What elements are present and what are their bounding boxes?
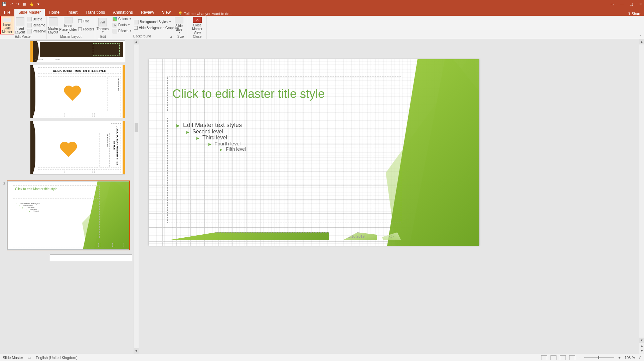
group-label-edit-master: Edit Master: [0, 34, 46, 39]
start-from-beginning-icon[interactable]: ▦: [23, 2, 26, 6]
colors-button[interactable]: Colors: [111, 16, 133, 22]
save-icon[interactable]: 💾: [2, 2, 7, 6]
slideshow-view-icon[interactable]: [569, 355, 575, 360]
tab-file[interactable]: File: [0, 9, 14, 16]
content-placeholder[interactable]: Edit Master text styles Second level Thi…: [167, 118, 401, 223]
tab-home[interactable]: Home: [45, 9, 63, 16]
tab-animations[interactable]: Animations: [109, 9, 137, 16]
bulb-icon: 💡: [178, 11, 183, 16]
delete-label: Delete: [33, 17, 42, 21]
footer-placeholder[interactable]: Footer: [167, 232, 329, 240]
next-slide-icon[interactable]: ▾: [639, 348, 644, 354]
tell-me[interactable]: 💡 Tell me what you want to do...: [178, 11, 232, 16]
insert-placeholder-icon: [64, 17, 72, 23]
layout-thumbnail[interactable]: 29.10.2019Footer: [30, 40, 125, 62]
background-styles-button[interactable]: Background Styles: [133, 19, 180, 25]
close-master-view-button[interactable]: ✕ Close Master View: [188, 16, 206, 34]
themes-button[interactable]: Aa Themes: [95, 16, 110, 34]
layout-thumbnail[interactable]: Edit Master text styles CLICK TO EDIT MA…: [30, 121, 125, 174]
dialog-launcher-icon[interactable]: ◢: [170, 35, 172, 38]
tab-slide-master[interactable]: Slide Master: [14, 9, 45, 16]
thumb-body: Edit Master text styles Second level Thi…: [13, 201, 100, 238]
colors-label: Colors: [118, 17, 128, 21]
hide-background-label: Hide Background Graphics: [139, 26, 179, 30]
master-layout-button[interactable]: Master Layout: [47, 16, 59, 34]
insert-placeholder-button[interactable]: Insert Placeholder: [59, 16, 77, 34]
undo-icon[interactable]: ↶: [10, 2, 13, 6]
ribbon-display-options-icon[interactable]: ▭: [611, 2, 614, 6]
layout-thumbnail[interactable]: CLICK TO EDIT MASTER TITLE STYLE Edit Ma…: [30, 65, 125, 118]
title-checkbox[interactable]: Title: [77, 18, 96, 24]
thumbnail-pane: 29.10.2019Footer CLICK TO EDIT MASTER TI…: [0, 39, 139, 354]
redo-icon[interactable]: ↷: [16, 2, 19, 6]
accessibility-icon[interactable]: ▭: [28, 355, 31, 360]
share-button[interactable]: ⇪ Share: [628, 11, 641, 16]
insert-layout-label: Insert Layout: [15, 27, 25, 34]
date-placeholder[interactable]: 29.10.2019: [334, 232, 377, 240]
zoom-out-button[interactable]: −: [579, 356, 581, 360]
tab-transitions[interactable]: Transitions: [82, 9, 109, 16]
scroll-up-icon[interactable]: ▲: [134, 39, 139, 44]
title-placeholder[interactable]: Click to edit Master title style: [167, 77, 401, 111]
slide-number-placeholder[interactable]: ‹#›: [382, 232, 401, 240]
fonts-button[interactable]: AFonts: [111, 22, 133, 28]
body-level-5: Fifth level: [220, 146, 395, 152]
zoom-level[interactable]: 103 %: [625, 356, 635, 360]
normal-view-icon[interactable]: [541, 355, 547, 360]
tab-view[interactable]: View: [158, 9, 175, 16]
touch-mode-icon[interactable]: 👆: [29, 2, 34, 6]
slide-number-text: ‹#›: [389, 234, 393, 238]
group-label-close: Close: [188, 34, 206, 39]
minimize-icon[interactable]: —: [620, 2, 624, 6]
close-icon: ✕: [193, 17, 202, 23]
insert-layout-button[interactable]: Insert Layout: [14, 16, 26, 34]
insert-slide-master-button[interactable]: Insert Slide Master: [0, 16, 14, 34]
rename-button[interactable]: Rename: [26, 22, 47, 28]
scroll-down-icon[interactable]: ▼: [134, 348, 139, 354]
thumbnail-scrollbar[interactable]: ▲ ▼: [134, 39, 139, 354]
slide-size-button[interactable]: Slide Size: [173, 16, 185, 34]
heart-icon: [63, 86, 81, 102]
scroll-thumb[interactable]: [135, 123, 138, 132]
status-language[interactable]: English (United Kingdom): [36, 356, 77, 360]
reading-view-icon[interactable]: [560, 355, 566, 360]
canvas-scrollbar[interactable]: ▲ ▼ ▴ ▾: [639, 39, 644, 354]
slide-master-canvas[interactable]: Click to edit Master title style Edit Ma…: [149, 59, 479, 246]
group-master-layout: Master Layout Insert Placeholder Title F…: [47, 16, 95, 39]
collapse-ribbon-icon[interactable]: ⌃: [639, 35, 642, 38]
heart-icon: [59, 142, 77, 158]
delete-button[interactable]: Delete: [26, 16, 47, 22]
footers-checkbox[interactable]: Footers: [77, 26, 96, 32]
scroll-down-icon[interactable]: ▼: [639, 338, 644, 343]
fit-to-window-icon[interactable]: ⤢: [638, 355, 641, 360]
date-text: 29.10.2019: [346, 234, 364, 238]
scroll-up-icon[interactable]: ▲: [639, 39, 644, 44]
body-level-3: Third level: [196, 135, 395, 141]
tab-insert[interactable]: Insert: [63, 9, 82, 16]
slide-sorter-view-icon[interactable]: [550, 355, 556, 360]
zoom-slider-knob[interactable]: [598, 356, 599, 359]
quick-access-toolbar: 💾 ↶ ↷ ▦ 👆 ▾: [2, 2, 39, 6]
layout-thumbnail[interactable]: [50, 254, 132, 261]
group-edit-master: Insert Slide Master Insert Layout Delete…: [0, 16, 47, 39]
close-window-icon[interactable]: ✕: [639, 2, 642, 6]
preserve-button[interactable]: Preserve: [26, 28, 47, 34]
thumb-side-text: Edit Master text styles: [100, 133, 110, 167]
effects-button[interactable]: Effects: [111, 28, 133, 34]
title-bar: 💾 ↶ ↷ ▦ 👆 ▾ ▭ — ▢ ✕: [0, 0, 644, 8]
checkbox-icon: [78, 19, 82, 23]
rename-label: Rename: [33, 23, 45, 27]
slide-master-thumbnail[interactable]: Click to edit Master title style Edit Ma…: [7, 181, 129, 250]
previous-slide-icon[interactable]: ▴: [639, 343, 644, 348]
zoom-in-button[interactable]: ＋: [618, 355, 621, 360]
maximize-icon[interactable]: ▢: [630, 2, 633, 6]
thumb-side-text: Edit Master text styles: [108, 77, 121, 111]
hide-background-checkbox[interactable]: Hide Background Graphics: [133, 25, 180, 31]
qat-more-icon[interactable]: ▾: [37, 2, 39, 6]
slide-size-label: Slide Size: [175, 24, 183, 31]
zoom-slider[interactable]: [584, 357, 614, 358]
body-level-2: Second level: [186, 129, 395, 135]
group-edit-theme: Aa Themes Edit Theme: [95, 16, 111, 39]
title-placeholder-text: Click to edit Master title style: [172, 87, 325, 101]
tab-review[interactable]: Review: [137, 9, 158, 16]
